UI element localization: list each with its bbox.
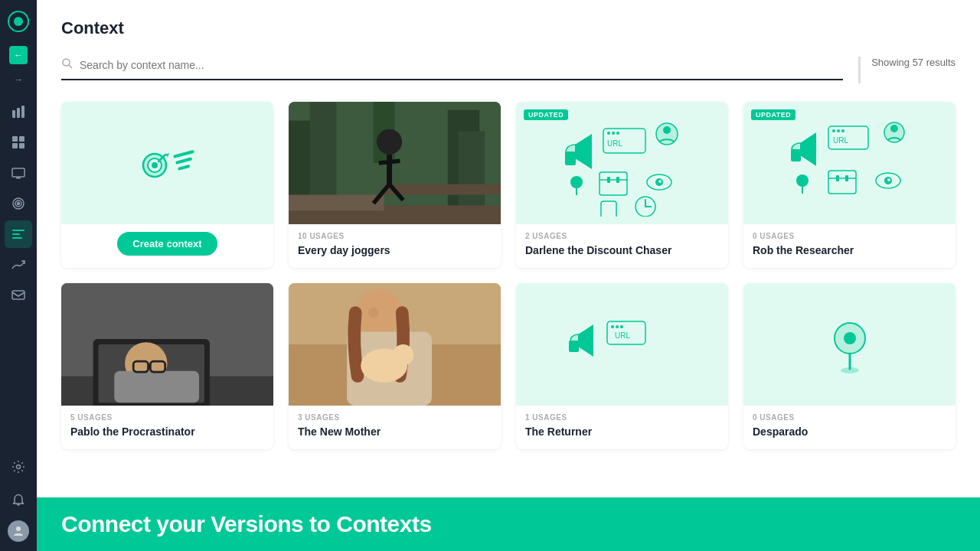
card-usages-rob: 0 USAGES bbox=[753, 232, 946, 240]
svg-rect-81 bbox=[836, 175, 839, 181]
card-mother[interactable]: 3 USAGES The New Mother bbox=[289, 283, 501, 449]
card-icon-area-darlene: URL bbox=[516, 102, 728, 224]
card-title-rob: Rob the Researcher bbox=[753, 243, 946, 257]
sidebar-item-messages[interactable] bbox=[5, 282, 32, 309]
svg-rect-63 bbox=[601, 201, 616, 217]
svg-rect-82 bbox=[845, 175, 848, 181]
svg-rect-18 bbox=[12, 291, 24, 299]
svg-line-22 bbox=[69, 65, 72, 68]
svg-point-76 bbox=[890, 125, 898, 132]
sidebar-item-settings[interactable] bbox=[5, 453, 32, 481]
card-rob[interactable]: UPDATED URL bbox=[743, 102, 956, 268]
svg-point-106 bbox=[616, 325, 619, 328]
svg-rect-38 bbox=[289, 195, 384, 211]
svg-point-50 bbox=[616, 132, 619, 135]
sidebar-item-monitor[interactable] bbox=[5, 159, 32, 187]
create-context-button[interactable]: Create context bbox=[117, 232, 217, 256]
card-body-pablo: 5 USAGES Pablo the Procrastinator bbox=[61, 406, 273, 449]
banner-text: Connect your Versions to Contexts bbox=[61, 511, 432, 537]
main-content: Context Showing 57 results bbox=[37, 0, 980, 551]
card-icon-area-rob: URL bbox=[743, 102, 956, 224]
search-icon bbox=[61, 57, 74, 73]
svg-point-77 bbox=[796, 174, 808, 187]
card-usages: 10 USAGES bbox=[298, 232, 492, 240]
svg-point-25 bbox=[152, 162, 158, 168]
updated-badge-darlene: UPDATED bbox=[524, 109, 568, 120]
card-body-everyday-joggers: 10 USAGES Every day joggers bbox=[289, 224, 501, 268]
card-title-returner: The Returner bbox=[525, 425, 719, 439]
svg-point-1 bbox=[14, 17, 23, 26]
card-body-rob: 0 USAGES Rob the Researcher bbox=[743, 224, 956, 268]
svg-point-112 bbox=[841, 367, 859, 373]
card-usages-darlene: 2 USAGES bbox=[525, 232, 719, 240]
svg-point-19 bbox=[17, 465, 21, 469]
page-title: Context bbox=[61, 18, 956, 38]
card-title-pablo: Pablo the Procrastinator bbox=[70, 425, 264, 439]
svg-rect-58 bbox=[607, 177, 610, 183]
card-icon-area-desparado bbox=[743, 283, 956, 406]
search-bar bbox=[61, 57, 843, 80]
svg-text:URL: URL bbox=[832, 136, 848, 145]
svg-point-49 bbox=[612, 132, 615, 135]
results-count: Showing 57 results bbox=[871, 57, 956, 68]
svg-point-85 bbox=[887, 178, 890, 181]
card-title-darlene: Darlene the Discount Chaser bbox=[525, 243, 719, 257]
svg-text:URL: URL bbox=[614, 331, 629, 340]
svg-point-105 bbox=[611, 325, 614, 328]
card-usages-mother: 3 USAGES bbox=[298, 413, 492, 422]
create-card-icon-area bbox=[61, 102, 273, 224]
card-title: Every day joggers bbox=[298, 243, 492, 257]
svg-rect-103 bbox=[569, 341, 579, 352]
card-body-returner: 1 USAGES The Returner bbox=[516, 406, 728, 449]
svg-point-48 bbox=[607, 132, 610, 135]
sidebar-item-content[interactable] bbox=[5, 129, 32, 156]
svg-text:URL: URL bbox=[606, 139, 622, 148]
svg-point-54 bbox=[570, 176, 583, 188]
svg-point-110 bbox=[844, 332, 856, 344]
search-input[interactable] bbox=[80, 59, 843, 71]
svg-rect-15 bbox=[12, 230, 24, 231]
sidebar-item-goals[interactable] bbox=[5, 190, 32, 217]
svg-point-21 bbox=[63, 59, 70, 66]
connect-banner[interactable]: Connect your Versions to Contexts bbox=[37, 497, 980, 551]
card-body-mother: 3 USAGES The New Mother bbox=[289, 406, 501, 449]
card-title-mother: The New Mother bbox=[298, 425, 492, 439]
svg-rect-30 bbox=[178, 165, 190, 171]
svg-rect-6 bbox=[19, 136, 24, 142]
sidebar-expand-button[interactable]: → bbox=[9, 70, 28, 89]
cards-grid: Create context bbox=[61, 102, 956, 449]
sidebar-item-growth[interactable] bbox=[5, 251, 32, 279]
svg-line-42 bbox=[379, 161, 400, 163]
svg-rect-69 bbox=[791, 149, 801, 161]
card-body-darlene: 2 USAGES Darlene the Discount Chaser bbox=[516, 224, 728, 268]
sidebar-item-analytics[interactable] bbox=[5, 98, 32, 126]
sidebar-item-context[interactable] bbox=[5, 220, 32, 248]
svg-point-72 bbox=[837, 129, 840, 132]
svg-point-71 bbox=[832, 129, 835, 132]
svg-point-62 bbox=[658, 180, 662, 183]
svg-rect-29 bbox=[175, 157, 192, 165]
create-card-body: Create context bbox=[61, 224, 273, 266]
svg-point-14 bbox=[18, 203, 20, 205]
svg-rect-39 bbox=[384, 184, 501, 195]
card-darlene[interactable]: UPDATED URL bbox=[516, 102, 728, 268]
card-returner[interactable]: URL 1 USAGES The Returner bbox=[516, 283, 728, 449]
card-body-desparado: 0 USAGES Desparado bbox=[743, 406, 956, 449]
svg-rect-7 bbox=[12, 143, 18, 148]
card-title-desparado: Desparado bbox=[753, 425, 946, 439]
svg-rect-8 bbox=[19, 143, 24, 148]
create-context-card[interactable]: Create context bbox=[61, 102, 273, 268]
app-logo[interactable] bbox=[6, 9, 31, 34]
sidebar-bottom bbox=[5, 453, 32, 542]
svg-rect-46 bbox=[565, 152, 576, 165]
svg-rect-28 bbox=[173, 150, 194, 158]
sidebar-collapse-button[interactable]: ← bbox=[9, 46, 28, 64]
svg-rect-17 bbox=[12, 237, 22, 239]
sidebar-item-notifications[interactable] bbox=[5, 487, 32, 514]
card-pablo[interactable]: 5 USAGES Pablo the Procrastinator bbox=[61, 283, 273, 449]
user-avatar[interactable] bbox=[8, 520, 29, 542]
card-desparado[interactable]: 0 USAGES Desparado bbox=[743, 283, 956, 449]
card-everyday-joggers[interactable]: 10 USAGES Every day joggers bbox=[289, 102, 501, 268]
sidebar: ← → bbox=[0, 0, 37, 551]
svg-rect-59 bbox=[616, 177, 619, 183]
